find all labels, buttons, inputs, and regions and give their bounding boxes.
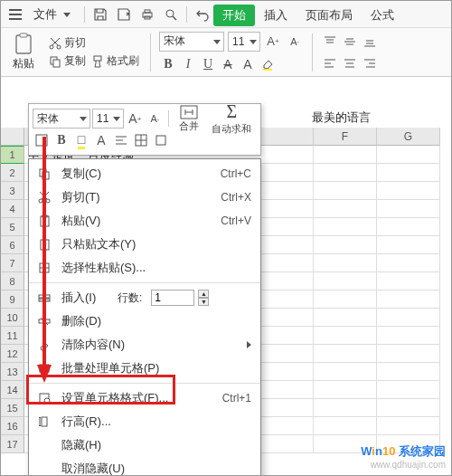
column-header-g[interactable]: G — [377, 128, 440, 146]
row-header[interactable]: 11 — [1, 327, 24, 345]
copy-label: 复制 — [64, 53, 86, 69]
mini-font-name-select[interactable]: 宋体 — [33, 109, 90, 129]
increase-font-icon[interactable]: A+ — [264, 33, 282, 51]
menu-hide[interactable]: 隐藏(H) — [29, 433, 260, 457]
mini-font-size-select[interactable]: 11 — [92, 109, 124, 129]
select-all-corner[interactable] — [1, 128, 24, 146]
align-middle-icon[interactable] — [341, 33, 359, 51]
align-left-icon[interactable] — [321, 54, 339, 72]
row-header[interactable]: 7 — [1, 254, 24, 272]
copy-icon — [36, 166, 52, 182]
rows-spinner[interactable]: ▲ ▼ — [151, 290, 209, 306]
watermark-url: www.qdhuajin.com — [361, 460, 446, 470]
menu-unhide[interactable]: 取消隐藏(U) — [29, 457, 260, 476]
row-header[interactable]: 2 — [1, 164, 24, 182]
row-header[interactable]: 5 — [1, 218, 24, 236]
mini-increase-font-icon[interactable]: A+ — [126, 109, 144, 128]
rows-label: 行数: — [118, 290, 142, 306]
tab-formulas[interactable]: 公式 — [362, 4, 403, 27]
spinner-up-icon[interactable]: ▲ — [198, 290, 209, 298]
chevron-down-icon — [113, 117, 120, 121]
row-header[interactable]: 17 — [1, 435, 24, 453]
bold-button[interactable]: B — [159, 55, 177, 73]
svg-rect-12 — [53, 60, 60, 67]
mini-autosum-button[interactable]: Σ 自动求和 — [206, 101, 257, 136]
menu-paste[interactable]: 粘贴(V) Ctrl+V — [29, 209, 260, 233]
mini-merge-button[interactable]: 合并 — [174, 105, 204, 133]
svg-point-8 — [57, 45, 61, 49]
decrease-font-icon[interactable]: A- — [286, 33, 304, 51]
row-header[interactable]: 14 — [1, 381, 24, 399]
font-name-select[interactable]: 宋体 — [159, 32, 224, 52]
tab-start[interactable]: 开始 — [213, 5, 255, 26]
row-header[interactable]: 8 — [1, 272, 24, 290]
mini-fill-color-button[interactable]: □ — [72, 131, 90, 149]
menu-batch[interactable]: 批量处理单元格(P) — [29, 357, 260, 380]
fill-color-button[interactable] — [259, 55, 277, 73]
sigma-icon: Σ — [227, 101, 238, 122]
row-header[interactable]: 4 — [1, 200, 24, 218]
mini-borders-icon[interactable] — [33, 131, 51, 149]
paste-button[interactable]: 粘贴 — [6, 33, 41, 71]
menu-delete[interactable]: 删除(D) — [29, 309, 260, 333]
underline-button[interactable]: U — [199, 55, 217, 73]
mini-format-icon[interactable] — [152, 131, 170, 149]
clipboard-icon — [36, 213, 52, 229]
mini-decrease-font-icon[interactable]: A- — [146, 109, 164, 128]
menu-insert-label: 插入(I) — [61, 290, 108, 306]
row-height-icon — [36, 414, 52, 430]
paste-special-icon — [36, 260, 52, 276]
menu-paste-special[interactable]: 选择性粘贴(S)... — [29, 256, 260, 280]
svg-point-63 — [44, 398, 50, 404]
italic-button[interactable]: I — [179, 55, 197, 73]
svg-line-47 — [42, 192, 49, 199]
chevron-down-icon — [250, 40, 257, 44]
spinner-down-icon[interactable]: ▼ — [198, 298, 209, 306]
row-header[interactable]: 10 — [1, 309, 24, 327]
cut-label: 剪切 — [64, 35, 86, 51]
menu-row-height[interactable]: 行高(R)... — [29, 410, 260, 433]
svg-rect-56 — [39, 295, 50, 298]
cut-button[interactable]: 剪切 — [46, 34, 142, 52]
menu-format-cells[interactable]: 设置单元格格式(F)... Ctrl+1 — [29, 386, 260, 410]
tab-insert[interactable]: 插入 — [255, 4, 297, 27]
align-right-icon[interactable] — [361, 54, 379, 72]
chevron-down-icon — [80, 117, 87, 121]
align-top-icon[interactable] — [321, 33, 339, 51]
menu-clear[interactable]: 清除内容(N) — [29, 333, 260, 357]
rows-input[interactable] — [151, 290, 194, 306]
format-painter-button[interactable]: 格式刷 — [89, 52, 142, 71]
mini-align-icon[interactable] — [112, 131, 130, 149]
svg-rect-6 — [20, 33, 27, 37]
menu-insert[interactable]: 插入(I) 行数: ▲ ▼ — [29, 286, 260, 309]
menu-paste-special-label: 选择性粘贴(S)... — [61, 260, 251, 276]
mini-grid-icon[interactable] — [132, 131, 150, 149]
menu-paste-text[interactable]: T 只粘贴文本(Y) — [29, 233, 260, 256]
row-headers: 1 2 3 4 5 6 7 8 9 10 11 12 13 14 15 16 1… — [1, 146, 24, 453]
column-header-f[interactable]: F — [314, 128, 377, 146]
font-color-button[interactable]: A — [239, 55, 257, 73]
menu-cut[interactable]: 剪切(T) Ctrl+X — [29, 186, 260, 209]
mini-font-color-button[interactable]: A — [92, 131, 110, 149]
strikethrough-button[interactable]: A — [219, 55, 237, 73]
scissors-icon — [49, 37, 61, 50]
watermark-logo: Win10 系统家园 — [361, 443, 446, 460]
font-size-select[interactable]: 11 — [228, 32, 260, 52]
menu-format-cells-shortcut: Ctrl+1 — [222, 392, 251, 405]
align-center-icon[interactable] — [341, 54, 359, 72]
row-header[interactable]: 6 — [1, 236, 24, 254]
row-header[interactable]: 3 — [1, 182, 24, 200]
row-header[interactable]: 1 — [1, 146, 24, 164]
row-header[interactable]: 9 — [1, 290, 24, 309]
row-header[interactable]: 13 — [1, 363, 24, 381]
row-header[interactable]: 15 — [1, 399, 24, 417]
row-header[interactable]: 12 — [1, 345, 24, 363]
mini-bold-button[interactable]: B — [52, 131, 71, 149]
tab-page-layout[interactable]: 页面布局 — [297, 4, 362, 27]
copy-button[interactable]: 复制 — [46, 52, 89, 71]
menu-copy[interactable]: 复制(C) Ctrl+C — [29, 162, 260, 186]
row-header[interactable]: 16 — [1, 417, 24, 435]
align-bottom-icon[interactable] — [361, 33, 379, 51]
svg-point-46 — [46, 199, 50, 203]
svg-rect-57 — [39, 299, 50, 301]
